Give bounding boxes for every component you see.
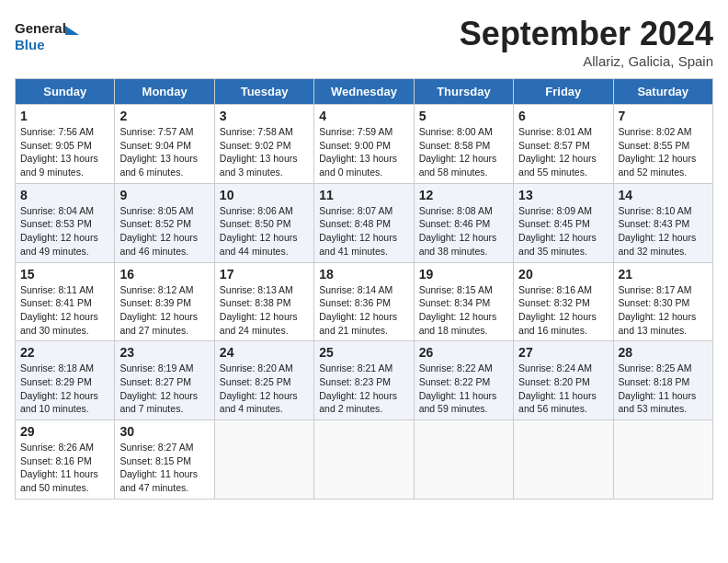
day-number: 4 <box>319 109 408 123</box>
sunrise-text: Sunrise: 8:08 AM <box>419 204 508 218</box>
sunrise-text: Sunrise: 8:16 AM <box>518 283 608 297</box>
calendar-week-row: 8Sunrise: 8:04 AMSunset: 8:53 PMDaylight… <box>16 183 713 262</box>
sunrise-text: Sunrise: 8:24 AM <box>518 362 608 375</box>
table-row: 21Sunrise: 8:17 AMSunset: 8:30 PMDayligh… <box>613 262 712 341</box>
day-number: 1 <box>20 109 109 123</box>
table-row: 17Sunrise: 8:13 AMSunset: 8:38 PMDayligh… <box>214 262 313 341</box>
sunset-text: Sunset: 8:20 PM <box>518 375 608 389</box>
table-row: 27Sunrise: 8:24 AMSunset: 8:20 PMDayligh… <box>514 341 613 420</box>
day-number: 26 <box>419 345 508 360</box>
day-number: 21 <box>619 267 708 282</box>
sunset-text: Sunset: 9:00 PM <box>319 139 408 153</box>
day-number: 7 <box>619 109 708 123</box>
sunset-text: Sunset: 8:23 PM <box>319 375 408 389</box>
day-number: 14 <box>619 188 708 202</box>
table-row: 10Sunrise: 8:06 AMSunset: 8:50 PMDayligh… <box>214 183 313 262</box>
svg-text:Blue: Blue <box>15 37 45 52</box>
table-row: 18Sunrise: 8:14 AMSunset: 8:36 PMDayligh… <box>314 262 414 341</box>
sunset-text: Sunset: 8:46 PM <box>419 217 508 231</box>
day-number: 17 <box>220 267 309 282</box>
daylight-text: Daylight: 12 hours and 16 minutes. <box>518 310 608 337</box>
sunset-text: Sunset: 8:45 PM <box>518 217 608 231</box>
day-number: 27 <box>518 345 608 360</box>
col-saturday: Saturday <box>613 79 712 105</box>
daylight-text: Daylight: 12 hours and 2 minutes. <box>319 389 408 416</box>
calendar-header-row: Sunday Monday Tuesday Wednesday Thursday… <box>16 79 713 105</box>
sunset-text: Sunset: 9:05 PM <box>20 139 109 153</box>
day-number: 24 <box>220 345 309 360</box>
daylight-text: Daylight: 13 hours and 9 minutes. <box>20 152 109 178</box>
sunset-text: Sunset: 8:53 PM <box>20 217 109 231</box>
sunrise-text: Sunrise: 8:26 AM <box>20 441 109 454</box>
daylight-text: Daylight: 12 hours and 55 minutes. <box>518 152 608 178</box>
sunrise-text: Sunrise: 8:18 AM <box>20 362 109 375</box>
sunset-text: Sunset: 8:50 PM <box>220 217 309 231</box>
daylight-text: Daylight: 11 hours and 50 minutes. <box>20 467 109 494</box>
sunrise-text: Sunrise: 8:05 AM <box>119 204 209 218</box>
day-number: 11 <box>319 188 408 202</box>
month-title: September 2024 <box>460 15 713 53</box>
day-number: 5 <box>419 109 508 123</box>
sunset-text: Sunset: 8:30 PM <box>619 296 708 310</box>
daylight-text: Daylight: 12 hours and 58 minutes. <box>419 152 508 178</box>
daylight-text: Daylight: 12 hours and 38 minutes. <box>419 231 508 258</box>
title-block: September 2024 Allariz, Galicia, Spain <box>460 15 713 69</box>
day-number: 29 <box>20 424 109 439</box>
daylight-text: Daylight: 11 hours and 53 minutes. <box>619 389 708 416</box>
svg-text:General: General <box>15 20 66 36</box>
sunrise-text: Sunrise: 8:21 AM <box>319 362 408 375</box>
sunset-text: Sunset: 8:41 PM <box>20 296 109 310</box>
table-row <box>414 420 513 500</box>
table-row: 12Sunrise: 8:08 AMSunset: 8:46 PMDayligh… <box>414 183 513 262</box>
day-number: 28 <box>619 345 708 360</box>
table-row: 24Sunrise: 8:20 AMSunset: 8:25 PMDayligh… <box>214 341 313 420</box>
col-thursday: Thursday <box>414 79 513 105</box>
calendar-week-row: 22Sunrise: 8:18 AMSunset: 8:29 PMDayligh… <box>16 341 713 420</box>
sunset-text: Sunset: 8:38 PM <box>220 296 309 310</box>
sunset-text: Sunset: 8:58 PM <box>419 139 508 153</box>
sunset-text: Sunset: 8:43 PM <box>619 217 708 231</box>
sunset-text: Sunset: 8:15 PM <box>119 454 209 468</box>
sunrise-text: Sunrise: 8:27 AM <box>119 441 209 454</box>
sunset-text: Sunset: 8:22 PM <box>419 375 508 389</box>
calendar-table: Sunday Monday Tuesday Wednesday Thursday… <box>15 78 713 500</box>
daylight-text: Daylight: 12 hours and 32 minutes. <box>619 231 708 258</box>
sunrise-text: Sunrise: 7:59 AM <box>319 125 408 139</box>
day-number: 19 <box>419 267 508 282</box>
daylight-text: Daylight: 12 hours and 10 minutes. <box>20 389 109 416</box>
table-row: 14Sunrise: 8:10 AMSunset: 8:43 PMDayligh… <box>613 183 712 262</box>
table-row: 20Sunrise: 8:16 AMSunset: 8:32 PMDayligh… <box>514 262 613 341</box>
sunset-text: Sunset: 8:36 PM <box>319 296 408 310</box>
sunrise-text: Sunrise: 8:22 AM <box>419 362 508 375</box>
calendar-week-row: 1Sunrise: 7:56 AMSunset: 9:05 PMDaylight… <box>16 105 713 184</box>
day-number: 9 <box>119 188 209 202</box>
sunrise-text: Sunrise: 8:19 AM <box>119 362 209 375</box>
daylight-text: Daylight: 12 hours and 18 minutes. <box>419 310 508 337</box>
day-number: 10 <box>220 188 309 202</box>
day-number: 8 <box>20 188 109 202</box>
daylight-text: Daylight: 11 hours and 56 minutes. <box>518 389 608 416</box>
col-tuesday: Tuesday <box>214 79 313 105</box>
day-number: 13 <box>518 188 608 202</box>
sunset-text: Sunset: 8:27 PM <box>119 375 209 389</box>
sunset-text: Sunset: 8:39 PM <box>119 296 209 310</box>
sunset-text: Sunset: 8:55 PM <box>619 139 708 153</box>
sunset-text: Sunset: 8:16 PM <box>20 454 109 468</box>
table-row: 19Sunrise: 8:15 AMSunset: 8:34 PMDayligh… <box>414 262 513 341</box>
table-row <box>314 420 414 500</box>
daylight-text: Daylight: 11 hours and 59 minutes. <box>419 389 508 416</box>
table-row: 15Sunrise: 8:11 AMSunset: 8:41 PMDayligh… <box>16 262 115 341</box>
table-row: 6Sunrise: 8:01 AMSunset: 8:57 PMDaylight… <box>514 105 613 184</box>
table-row: 26Sunrise: 8:22 AMSunset: 8:22 PMDayligh… <box>414 341 513 420</box>
table-row: 22Sunrise: 8:18 AMSunset: 8:29 PMDayligh… <box>16 341 115 420</box>
sunrise-text: Sunrise: 8:04 AM <box>20 204 109 218</box>
daylight-text: Daylight: 12 hours and 49 minutes. <box>20 231 109 258</box>
table-row: 9Sunrise: 8:05 AMSunset: 8:52 PMDaylight… <box>115 183 214 262</box>
location: Allariz, Galicia, Spain <box>460 53 713 69</box>
daylight-text: Daylight: 13 hours and 6 minutes. <box>119 152 209 178</box>
sunrise-text: Sunrise: 8:07 AM <box>319 204 408 218</box>
day-number: 30 <box>119 424 209 439</box>
table-row <box>613 420 712 500</box>
daylight-text: Daylight: 12 hours and 35 minutes. <box>518 231 608 258</box>
col-monday: Monday <box>115 79 214 105</box>
